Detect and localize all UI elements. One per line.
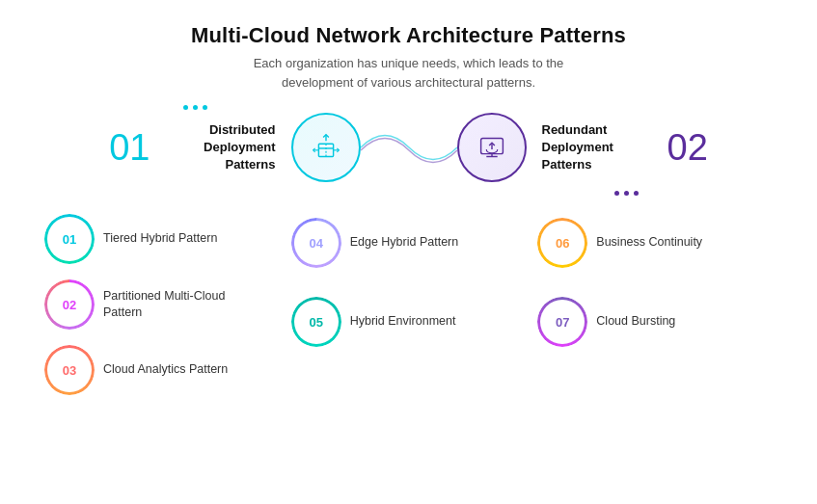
num-circle-05: 05: [294, 300, 339, 344]
patterns-grid: 01 Tiered Hybrid Pattern 02 Partitioned …: [29, 211, 788, 398]
redundant-icon: [474, 129, 510, 166]
dot-purple: [634, 191, 639, 196]
pattern-label-01: Tiered Hybrid Pattern: [103, 230, 217, 248]
list-item: 05 Hybrid Environment: [290, 294, 528, 350]
col-1: 01 Tiered Hybrid Pattern 02 Partitioned …: [43, 211, 281, 398]
num-circle-02: 02: [47, 282, 92, 327]
dot: [203, 105, 207, 110]
num-circle-04: 04: [294, 221, 339, 265]
num-circle-07: 07: [540, 300, 585, 344]
dot: [183, 105, 188, 110]
list-item: 03 Cloud Analytics Pattern: [43, 342, 281, 398]
arch-redundant: RedundantDeployment Patterns 02: [457, 113, 708, 182]
arch-number-02: 02: [667, 129, 708, 166]
arch-label-distributed: DistributedDeployment Patterns: [160, 121, 276, 174]
pattern-label-03: Cloud Analytics Pattern: [103, 361, 228, 379]
dots-decoration-bottom: [614, 191, 639, 196]
num-label-03: 03: [63, 363, 76, 378]
list-item: 01 Tiered Hybrid Pattern: [43, 211, 281, 267]
arch-label-redundant: RedundantDeployment Patterns: [542, 121, 658, 174]
header: Multi-Cloud Network Architecture Pattern…: [29, 23, 788, 92]
col-3: 06 Business Continuity 07 Cloud Bursting: [536, 211, 774, 398]
list-item: 04 Edge Hybrid Pattern: [290, 215, 528, 271]
num-label-02: 02: [63, 298, 76, 312]
distributed-icon: [308, 129, 344, 166]
page-subtitle: Each organization has unique needs, whic…: [29, 54, 788, 92]
svg-rect-0: [318, 144, 333, 156]
num-label-04: 04: [309, 236, 322, 251]
arch-icon-redundant: [457, 113, 527, 182]
col-2: 04 Edge Hybrid Pattern 05 Hybrid Environ…: [290, 211, 528, 398]
num-circle-06: 06: [540, 221, 585, 265]
arch-number-01: 01: [109, 129, 150, 166]
arch-distributed: 01 DistributedDeployment Patterns: [109, 113, 360, 182]
list-item: 06 Business Continuity: [536, 215, 774, 271]
pattern-label-04: Edge Hybrid Pattern: [350, 234, 459, 252]
page-title: Multi-Cloud Network Architecture Pattern…: [29, 23, 788, 48]
list-item: 07 Cloud Bursting: [536, 294, 774, 350]
num-circle-03: 03: [47, 348, 92, 392]
pattern-label-02: Partitioned Multi-CloudPattern: [103, 288, 225, 322]
dots-decoration-top: [183, 105, 207, 110]
num-label-05: 05: [309, 315, 322, 330]
dot-purple: [624, 191, 629, 196]
num-label-07: 07: [556, 315, 569, 330]
list-item: 02 Partitioned Multi-CloudPattern: [43, 277, 281, 332]
pattern-label-07: Cloud Bursting: [596, 313, 675, 331]
pattern-label-05: Hybrid Environment: [350, 313, 456, 331]
page: Multi-Cloud Network Architecture Pattern…: [0, 0, 817, 504]
dot: [193, 105, 198, 110]
num-label-01: 01: [63, 232, 76, 247]
pattern-label-06: Business Continuity: [596, 234, 702, 252]
dot-purple: [614, 191, 619, 196]
num-circle-01: 01: [47, 217, 92, 261]
arch-icon-distributed: [291, 113, 361, 182]
connector-wave: [361, 114, 457, 181]
num-label-06: 06: [556, 236, 569, 251]
